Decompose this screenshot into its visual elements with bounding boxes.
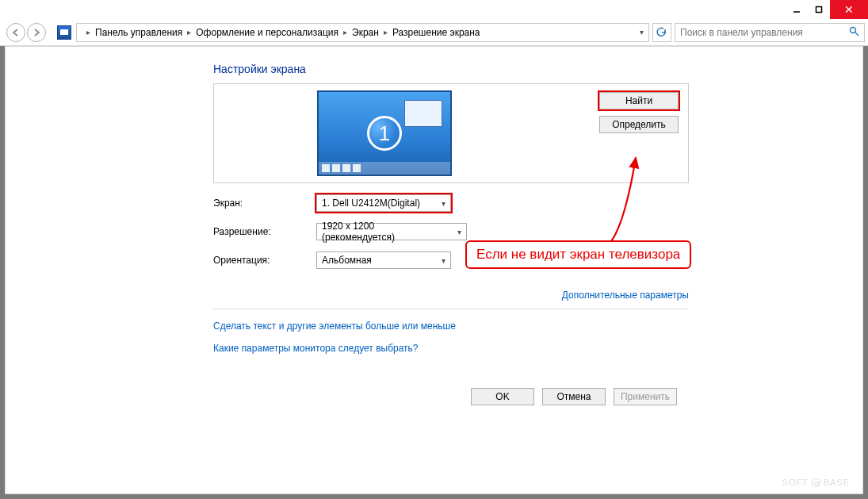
window-titlebar: ✕ xyxy=(0,0,868,19)
chevron-down-icon: ▾ xyxy=(442,199,445,208)
svg-rect-1 xyxy=(816,7,822,13)
display-select-value: 1. Dell U2412M(Digital) xyxy=(322,198,420,209)
orientation-select[interactable]: Альбомная ▾ xyxy=(316,251,451,269)
window-thumb-icon xyxy=(404,100,442,127)
resolution-label: Разрешение: xyxy=(213,226,316,237)
resolution-select-value: 1920 x 1200 (рекомендуется) xyxy=(322,221,449,243)
chevron-down-icon: ▾ xyxy=(457,228,461,236)
crumb-3[interactable]: Разрешение экрана xyxy=(392,27,480,38)
watermark-right: BASE xyxy=(824,478,850,487)
crumb-1[interactable]: Оформление и персонализация xyxy=(196,27,338,38)
display-select[interactable]: 1. Dell U2412M(Digital) ▾ xyxy=(316,194,451,212)
ok-button[interactable]: OK xyxy=(471,388,534,405)
crumb-2[interactable]: Экран xyxy=(352,27,379,38)
cancel-button[interactable]: Отмена xyxy=(542,388,606,405)
close-button[interactable]: ✕ xyxy=(830,0,868,19)
chevron-down-icon[interactable]: ▾ xyxy=(640,28,644,36)
maximize-button[interactable] xyxy=(808,0,830,19)
chevron-right-icon: ▸ xyxy=(343,28,347,36)
display-preview: 1 Найти Определить xyxy=(213,83,689,183)
chevron-right-icon: ▸ xyxy=(384,28,388,36)
crumb-0[interactable]: Панель управления xyxy=(95,27,182,38)
forward-button[interactable] xyxy=(27,23,46,42)
chevron-right-icon: ▸ xyxy=(86,28,90,36)
breadcrumb[interactable]: ▸ Панель управления ▸ Оформление и персо… xyxy=(76,23,649,42)
page-title: Настройки экрана xyxy=(213,63,689,75)
annotation-text: Если не видит экран телевизора xyxy=(476,247,680,262)
content-canvas: Настройки экрана 1 Найти Определить Экра… xyxy=(5,46,863,494)
orientation-label: Ориентация: xyxy=(213,255,316,266)
svg-point-2 xyxy=(851,27,856,33)
orientation-select-value: Альбомная xyxy=(322,255,372,266)
back-button[interactable] xyxy=(6,23,25,42)
identify-button[interactable]: Определить xyxy=(599,116,679,133)
close-icon: ✕ xyxy=(844,3,854,16)
watermark-left: SOFT xyxy=(782,478,808,487)
apply-button: Применить xyxy=(614,388,677,405)
watermark-icon xyxy=(812,478,820,487)
monitor-thumbnail[interactable]: 1 xyxy=(317,90,452,176)
text-size-link[interactable]: Сделать текст и другие элементы больше и… xyxy=(213,321,689,332)
search-placeholder: Поиск в панели управления xyxy=(680,27,803,38)
address-bar: ▸ Панель управления ▸ Оформление и персо… xyxy=(0,19,868,46)
display-label: Экран: xyxy=(213,198,316,209)
refresh-button[interactable] xyxy=(652,23,671,42)
watermark: SOFT BASE xyxy=(782,478,850,487)
search-input[interactable]: Поиск в панели управления xyxy=(675,23,865,42)
dialog-button-row: OK Отмена Применить xyxy=(471,388,677,405)
annotation-callout: Если не видит экран телевизора xyxy=(465,240,691,269)
svg-line-3 xyxy=(855,33,858,36)
taskbar-thumb xyxy=(319,162,450,175)
resolution-select[interactable]: 1920 x 1200 (рекомендуется) ▾ xyxy=(316,223,467,240)
advanced-settings-link[interactable]: Дополнительные параметры xyxy=(562,290,689,301)
monitor-number: 1 xyxy=(367,116,402,151)
minimize-button[interactable] xyxy=(786,0,808,19)
control-panel-icon xyxy=(57,25,71,40)
detect-button[interactable]: Найти xyxy=(599,92,679,109)
chevron-right-icon: ▸ xyxy=(187,28,191,36)
chevron-down-icon: ▾ xyxy=(442,256,445,265)
search-icon xyxy=(849,26,859,39)
which-settings-link[interactable]: Какие параметры монитора следует выбрать… xyxy=(213,343,689,354)
